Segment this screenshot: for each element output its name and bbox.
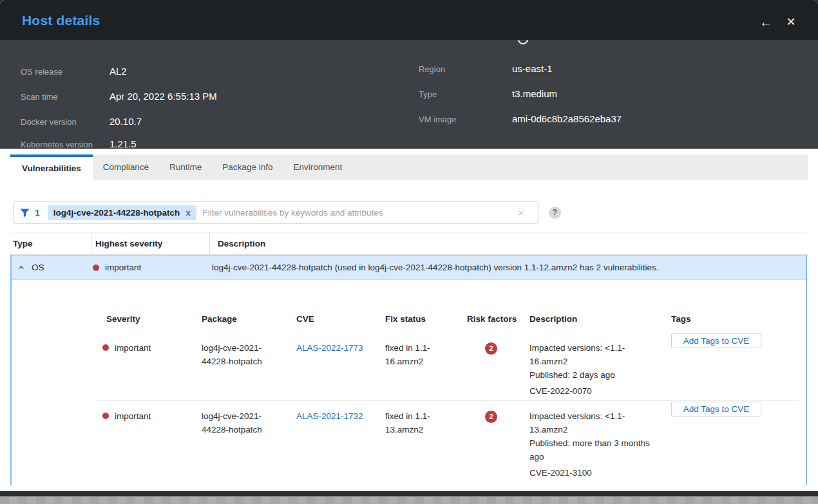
row-severity: important <box>105 263 202 272</box>
cve-table-row: important log4j-cve-2021- 44228-hotpatch… <box>97 402 799 480</box>
cve-description-cell: Impacted versions: <1.1- 13.amzn2 Publis… <box>529 402 671 480</box>
cve-link[interactable]: ALAS-2021-1732 <box>296 411 363 421</box>
column-header-highest-severity: Highest severity <box>91 232 209 254</box>
info-value: t3.medium <box>512 88 557 99</box>
expanded-row-group: OS important log4j-cve-2021-44228-hotpat… <box>10 255 807 485</box>
cve-package: log4j-cve-2021- 44228-hotpatch <box>202 333 296 398</box>
cve-published: Published: 2 days ago <box>529 368 671 382</box>
table-row-os[interactable]: OS important log4j-cve-2021-44228-hotpat… <box>12 255 806 280</box>
severity-dot-icon <box>102 344 109 351</box>
row-type: OS <box>32 263 93 272</box>
filter-chip-label: log4j-cve-2021-44228-hotpatch <box>53 208 180 218</box>
info-label: VM image <box>419 115 457 124</box>
tab-runtime[interactable]: Runtime <box>159 154 212 180</box>
column-header-description: Description <box>529 314 671 324</box>
info-value: 1.21.5 <box>109 138 137 149</box>
info-label: Region <box>419 64 445 74</box>
tab-package-info[interactable]: Package info <box>212 154 283 180</box>
info-row: Region us-east-1 <box>0 63 818 75</box>
chip-remove-icon[interactable]: x <box>185 208 190 218</box>
filter-funnel-icon[interactable] <box>20 208 30 218</box>
tab-vulnerabilities[interactable]: Vulnerabilities <box>10 154 93 180</box>
column-header-cve: CVE <box>296 314 385 324</box>
tab-environment[interactable]: Environment <box>283 154 352 180</box>
cve-impacted-versions: Impacted versions: <1.1- 13.amzn2 <box>529 409 671 436</box>
cve-severity-cell: important <box>97 402 202 480</box>
column-header-severity: Severity <box>97 314 202 324</box>
filter-bar[interactable]: 1 log4j-cve-2021-44228-hotpatch x × <box>13 201 538 224</box>
cve-fix-status: fixed in 1.1- 16.amzn2 <box>385 333 467 398</box>
cve-impacted-versions: Impacted versions: <1.1- 16.amzn2 <box>529 341 671 368</box>
cve-table-header: Severity Package CVE Fix status Risk fac… <box>97 314 799 324</box>
info-row: Kubernetes version 1.21.5 <box>0 138 412 149</box>
page-title: Host details <box>22 13 100 28</box>
info-row: Type t3.medium <box>0 88 818 100</box>
background-page-strip <box>0 496 818 504</box>
info-value: us-east-1 <box>512 63 553 74</box>
cve-fix-status: fixed in 1.1- 13.amzn2 <box>385 402 467 480</box>
vulnerability-table-header: Type Highest severity Description <box>10 232 808 255</box>
cloud-provider-icon <box>518 40 528 44</box>
filter-input[interactable] <box>203 208 518 218</box>
column-header-risk-factors: Risk factors <box>467 314 529 324</box>
filter-count: 1 <box>35 208 40 218</box>
cve-description-cell: Impacted versions: <1.1- 16.amzn2 Publis… <box>529 333 671 398</box>
cve-id: CVE-2021-3100 <box>529 466 671 480</box>
row-description: log4j-cve-2021-44228-hotpatch (used in l… <box>212 263 658 272</box>
tab-bar: Vulnerabilities Compliance Runtime Packa… <box>10 154 808 180</box>
back-arrow-icon[interactable]: ← <box>758 14 774 30</box>
info-label: Type <box>419 89 437 99</box>
cve-severity: important <box>115 341 151 355</box>
risk-factors-badge[interactable]: 2 <box>485 411 497 423</box>
severity-dot-icon <box>102 413 109 419</box>
column-header-fix-status: Fix status <box>385 314 467 324</box>
column-header-package: Package <box>202 314 296 324</box>
host-info-panel: OS release AL2 Scan time Apr 20, 2022 6:… <box>0 40 818 149</box>
modal-header: Host details ← ✕ <box>0 0 818 40</box>
cve-published: Published: more than 3 months ago <box>529 436 671 463</box>
info-row: VM image ami-0d6c8b2a8562eba37 <box>0 113 818 125</box>
severity-dot-icon <box>93 265 99 271</box>
risk-factors-badge[interactable]: 2 <box>485 342 497 355</box>
cve-severity-cell: important <box>97 333 202 398</box>
info-label: Kubernetes version <box>21 140 93 149</box>
cve-id: CVE-2022-0070 <box>529 384 671 398</box>
clear-filter-icon[interactable]: × <box>518 208 524 218</box>
help-icon[interactable]: ? <box>549 207 561 219</box>
column-header-description: Description <box>209 232 808 254</box>
column-header-tags: Tags <box>671 314 799 324</box>
host-details-modal: Host details ← ✕ OS release AL2 Scan tim… <box>0 0 818 491</box>
cve-table-row: important log4j-cve-2021- 44228-hotpatch… <box>97 333 799 398</box>
cve-link[interactable]: ALAS-2022-1773 <box>296 343 363 353</box>
tab-compliance[interactable]: Compliance <box>93 154 159 180</box>
column-header-type: Type <box>10 232 91 254</box>
add-tags-to-cve-button[interactable]: Add Tags to CVE <box>671 333 761 348</box>
close-icon[interactable]: ✕ <box>783 14 799 30</box>
info-value: ami-0d6c8b2a8562eba37 <box>512 113 622 124</box>
add-tags-to-cve-button[interactable]: Add Tags to CVE <box>671 402 761 416</box>
row-divider <box>97 400 799 401</box>
collapse-caret-icon[interactable] <box>17 263 26 272</box>
cve-severity: important <box>115 409 151 423</box>
cve-package: log4j-cve-2021- 44228-hotpatch <box>202 402 296 480</box>
filter-chip[interactable]: log4j-cve-2021-44228-hotpatch x <box>48 205 196 220</box>
